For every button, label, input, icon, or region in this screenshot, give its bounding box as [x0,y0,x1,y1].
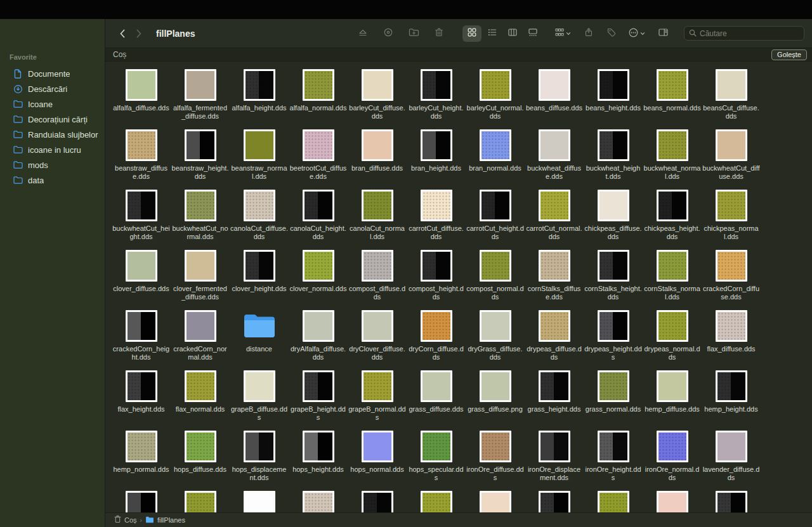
file-item[interactable]: buckwheat_height.dds [584,129,643,190]
folder-item[interactable]: distance [230,310,289,370]
file-item[interactable]: alfalfa_fermented_diffuse.dds [171,69,230,129]
file-item[interactable]: drypeas_diffuse.dds [525,310,584,370]
file-item[interactable] [584,491,643,512]
sidebar-item-icoane-in-lucru[interactable]: icoane in lucru [4,142,101,157]
file-item[interactable]: hops_normal.dds [348,431,407,491]
file-item[interactable]: grapeB_normal.dds [348,370,407,431]
file-item[interactable]: crackedCorn_height.dds [112,310,171,370]
file-item[interactable]: flax_diffuse.dds [702,310,761,370]
file-item[interactable]: crackedCorn_normal.dds [171,310,230,370]
file-item[interactable] [112,491,171,512]
file-item[interactable]: grass_height.dds [525,370,584,431]
file-item[interactable]: dryClover_diffuse.dds [348,310,407,370]
sidebar-item-randuiala-slujbelor[interactable]: Randuiala slujbelor [4,127,101,142]
file-item[interactable]: hemp_diffuse.dds [643,370,702,431]
file-item[interactable]: beans_diffuse.dds [525,69,584,129]
sidebar-item-descarcari[interactable]: Descărcări [4,81,101,96]
file-item[interactable]: grass_diffuse.png [466,370,525,431]
file-item[interactable]: hops_displacement.dds [230,431,289,491]
file-item[interactable]: hops_specular.dds [407,431,466,491]
file-item[interactable]: beansCut_diffuse.dds [702,69,761,129]
group-button[interactable] [553,25,573,42]
file-item[interactable]: chickpeas_normal.dds [702,190,761,250]
file-item[interactable]: clover_diffuse.dds [112,250,171,310]
search-input[interactable] [700,29,799,38]
file-item[interactable]: buckwheat_diffuse.dds [525,129,584,190]
file-item[interactable]: alfalfa_diffuse.dds [112,69,171,129]
file-item[interactable]: compost_normal.dds [466,250,525,310]
file-item[interactable]: canolaCut_normal.dds [348,190,407,250]
view-grid-button[interactable] [462,25,481,42]
share-button[interactable] [579,25,598,42]
file-item[interactable] [702,491,761,512]
search-field[interactable] [684,26,804,41]
file-item[interactable]: compost_diffuse.dds [348,250,407,310]
file-item[interactable]: buckwheat_normal.dds [643,129,702,190]
forward-button[interactable] [131,25,147,42]
file-item[interactable]: ironOre_displacement.dds [525,431,584,491]
file-item[interactable]: grapeB_height.dds [289,370,348,431]
file-item[interactable]: bran_diffuse.dds [348,129,407,190]
file-item[interactable]: canolaCut_height.dds [289,190,348,250]
file-item[interactable]: barleyCut_normal.dds [466,69,525,129]
back-button[interactable] [114,25,131,42]
file-item[interactable]: beanstraw_normal.dds [230,129,289,190]
empty-trash-button[interactable]: Golește [771,49,807,60]
sidebar-item-mods[interactable]: mods [4,157,101,172]
file-item[interactable]: carrotCut_height.dds [466,190,525,250]
file-item[interactable]: chickpeas_height.dds [643,190,702,250]
file-item[interactable]: alfalfa_height.dds [230,69,289,129]
disc-button[interactable] [379,25,398,42]
file-item[interactable]: grass_diffuse.dds [407,370,466,431]
file-item[interactable]: drypeas_height.dds [584,310,643,370]
file-item[interactable]: carrotCut_diffuse.dds [407,190,466,250]
file-item[interactable]: flax_height.dds [112,370,171,431]
file-item[interactable]: beetrootCut_diffuse.dds [289,129,348,190]
file-item[interactable]: buckwheatCut_normal.dds [171,190,230,250]
file-item[interactable]: ironOre_diffuse.dds [466,431,525,491]
view-list-button[interactable] [483,25,502,42]
breadcrumb-folder[interactable]: fillPlanes [157,516,185,524]
file-item[interactable]: beanstraw_height.dds [171,129,230,190]
file-item[interactable]: grapeB_diffuse.dds [230,370,289,431]
file-item[interactable]: clover_height.dds [230,250,289,310]
file-item[interactable]: hemp_height.dds [702,370,761,431]
file-item[interactable] [643,491,702,512]
file-item[interactable]: carrotCut_normal.dds [525,190,584,250]
file-item[interactable]: canolaCut_diffuse.dds [230,190,289,250]
file-item[interactable]: beans_normal.dds [643,69,702,129]
delete-button[interactable] [429,25,449,42]
file-item[interactable]: ironOre_normal.dds [643,431,702,491]
file-item[interactable]: flax_normal.dds [171,370,230,431]
file-item[interactable]: ironOre_height.dds [584,431,643,491]
file-item[interactable]: hops_height.dds [289,431,348,491]
file-item[interactable]: compost_height.dds [407,250,466,310]
file-item[interactable]: alfalfa_normal.dds [289,69,348,129]
file-item[interactable] [407,491,466,512]
file-item[interactable] [230,491,289,512]
file-item[interactable]: clover_normal.dds [289,250,348,310]
tags-button[interactable] [602,25,621,42]
file-item[interactable]: hops_diffuse.dds [171,431,230,491]
file-item[interactable]: drypeas_normal.dds [643,310,702,370]
file-item[interactable]: clover_fermented_diffuse.dds [171,250,230,310]
file-item[interactable]: lavender_diffuse.dds [702,431,761,491]
view-gallery-button[interactable] [523,25,542,42]
file-item[interactable]: buckwheatCut_diffuse.dds [702,129,761,190]
file-item[interactable]: beanstraw_diffuse.dds [112,129,171,190]
file-item[interactable]: crackedCorn_diffuse.dds [702,250,761,310]
preview-panel-button[interactable] [653,25,672,42]
file-item[interactable]: barleyCut_height.dds [407,69,466,129]
file-item[interactable]: barleyCut_diffuse.dds [348,69,407,129]
sidebar-item-documente[interactable]: Documente [4,66,101,81]
file-item[interactable]: beans_height.dds [584,69,643,129]
view-columns-button[interactable] [503,25,522,42]
file-item[interactable]: chickpeas_diffuse.dds [584,190,643,250]
file-item[interactable] [525,491,584,512]
sidebar-item-data[interactable]: data [4,172,101,188]
new-folder-button[interactable] [404,25,423,42]
file-item[interactable]: cornStalks_normal.dds [643,250,702,310]
file-item[interactable]: cornStalks_diffuse.dds [525,250,584,310]
file-item[interactable]: dryCorn_diffuse.dds [407,310,466,370]
file-item[interactable] [289,491,348,512]
